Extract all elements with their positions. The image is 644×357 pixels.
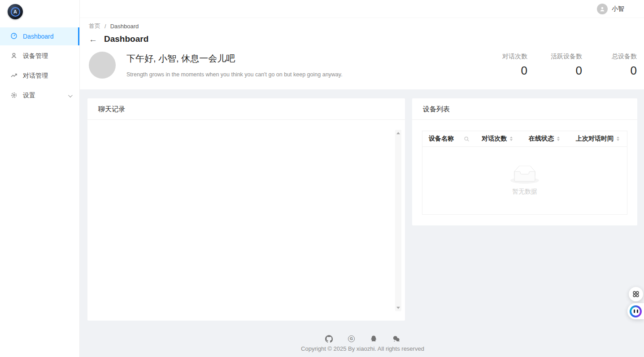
user-menu[interactable]: 小智 bbox=[597, 4, 624, 14]
stat-label: 活跃设备数 bbox=[550, 53, 582, 61]
chat-records-panel: 聊天记录 bbox=[87, 98, 405, 321]
back-arrow-icon[interactable]: ← bbox=[89, 35, 97, 44]
sidebar-item-label: 设置 bbox=[23, 92, 35, 100]
chat-panel-body bbox=[87, 120, 405, 320]
column-conversation-count: 对话次数 bbox=[482, 135, 529, 143]
panels: 聊天记录 设备列表 bbox=[87, 98, 638, 321]
breadcrumb-home[interactable]: 首页 bbox=[89, 22, 100, 30]
empty-inbox-icon bbox=[510, 166, 539, 184]
sidebar-item-conversations[interactable]: 对话管理 bbox=[0, 67, 79, 85]
app-grid-icon bbox=[632, 291, 640, 298]
chevron-down-icon bbox=[68, 93, 73, 97]
page-title: Dashboard bbox=[104, 34, 148, 44]
dashboard-icon bbox=[10, 32, 17, 41]
stat-label: 对话次数 bbox=[495, 53, 527, 61]
device-panel-title: 设备列表 bbox=[412, 98, 637, 120]
column-device-name: 设备名称 bbox=[422, 135, 482, 143]
search-icon[interactable] bbox=[464, 136, 470, 142]
scroll-down-icon[interactable] bbox=[396, 307, 400, 309]
sidebar-item-label: 对话管理 bbox=[23, 72, 48, 80]
gear-icon bbox=[10, 92, 17, 100]
column-label: 设备名称 bbox=[429, 135, 454, 143]
chat-scrollbar[interactable] bbox=[395, 130, 401, 311]
empty-state: 暂无数据 bbox=[422, 147, 627, 214]
breadcrumb-separator: / bbox=[104, 23, 106, 30]
sidebar-item-dashboard[interactable]: Dashboard bbox=[0, 27, 79, 45]
empty-text: 暂无数据 bbox=[512, 188, 537, 196]
ai-assistant-button[interactable] bbox=[627, 303, 644, 319]
sort-icon[interactable] bbox=[557, 137, 560, 141]
stat-value: 0 bbox=[605, 64, 637, 78]
greeting-avatar bbox=[89, 52, 116, 79]
device-list-panel: 设备列表 设备名称 对话次数 bbox=[412, 98, 637, 225]
sort-icon[interactable] bbox=[510, 137, 513, 141]
device-panel-body: 设备名称 对话次数 在线状态 bbox=[412, 120, 637, 225]
stat-label: 总设备数 bbox=[605, 53, 637, 61]
content-area: 聊天记录 设备列表 bbox=[80, 89, 644, 357]
main-area: 小智 首页 / Dashboard ← Dashboard 下午好, 小智, 休… bbox=[80, 0, 644, 357]
footer: G Copyright © 20 bbox=[87, 334, 638, 357]
breadcrumb-current: Dashboard bbox=[110, 23, 139, 30]
logo-circle-icon: A bbox=[8, 4, 23, 19]
app-logo[interactable]: A bbox=[0, 0, 79, 25]
device-table-header: 设备名称 对话次数 在线状态 bbox=[422, 131, 627, 147]
trend-icon bbox=[10, 72, 17, 80]
stat-conversations: 对话次数 0 bbox=[495, 53, 527, 78]
stat-active-devices: 活跃设备数 0 bbox=[550, 53, 582, 78]
column-label: 在线状态 bbox=[529, 135, 554, 143]
footer-icons: G bbox=[87, 334, 638, 343]
column-label: 上次对话时间 bbox=[576, 135, 614, 143]
column-online-status: 在线状态 bbox=[529, 135, 576, 143]
gitee-icon[interactable]: G bbox=[348, 335, 355, 342]
column-last-chat-time: 上次对话时间 bbox=[576, 135, 627, 143]
title-row: ← Dashboard bbox=[89, 34, 637, 44]
page-header: 首页 / Dashboard ← Dashboard 下午好, 小智, 休息一会… bbox=[80, 18, 644, 89]
breadcrumb: 首页 / Dashboard bbox=[89, 22, 637, 30]
device-table: 设备名称 对话次数 在线状态 bbox=[422, 131, 627, 215]
wechat-icon[interactable] bbox=[392, 335, 400, 342]
sidebar-item-label: Dashboard bbox=[23, 33, 54, 40]
stats: 对话次数 0 活跃设备数 0 总设备数 0 bbox=[495, 53, 637, 78]
user-avatar-icon bbox=[597, 4, 608, 14]
user-name: 小智 bbox=[612, 5, 624, 13]
user-icon bbox=[10, 52, 17, 61]
xiaozhi-robot-icon bbox=[630, 305, 642, 317]
qq-icon[interactable] bbox=[370, 335, 377, 343]
github-icon[interactable] bbox=[325, 335, 333, 343]
app-root: A Dashboard 设备管理 bbox=[0, 0, 644, 357]
scroll-up-icon[interactable] bbox=[396, 132, 400, 134]
sidebar: A Dashboard 设备管理 bbox=[0, 0, 80, 357]
greeting-texts: 下午好, 小智, 休息一会儿吧 Strength grows in the mo… bbox=[126, 53, 343, 78]
sort-icon[interactable] bbox=[617, 137, 619, 141]
greeting-title: 下午好, 小智, 休息一会儿吧 bbox=[126, 53, 343, 65]
logo-letter: A bbox=[11, 7, 20, 17]
sidebar-item-settings[interactable]: 设置 bbox=[0, 87, 79, 105]
greeting-quote: Strength grows in the moments when you t… bbox=[126, 71, 343, 78]
sidebar-menu: Dashboard 设备管理 对话管理 bbox=[0, 27, 79, 105]
column-label: 对话次数 bbox=[482, 135, 507, 143]
chat-panel-title: 聊天记录 bbox=[87, 98, 405, 120]
sidebar-item-devices[interactable]: 设备管理 bbox=[0, 47, 79, 65]
widget-grid-button[interactable] bbox=[629, 287, 643, 301]
topbar: 小智 bbox=[80, 0, 644, 18]
greeting-row: 下午好, 小智, 休息一会儿吧 Strength grows in the mo… bbox=[89, 52, 637, 79]
sidebar-item-label: 设备管理 bbox=[23, 52, 48, 60]
copyright-text: Copyright © 2025 By xiaozhi. All rights … bbox=[87, 345, 638, 357]
stat-value: 0 bbox=[495, 64, 527, 78]
stat-total-devices: 总设备数 0 bbox=[605, 53, 637, 78]
stat-value: 0 bbox=[550, 64, 582, 78]
